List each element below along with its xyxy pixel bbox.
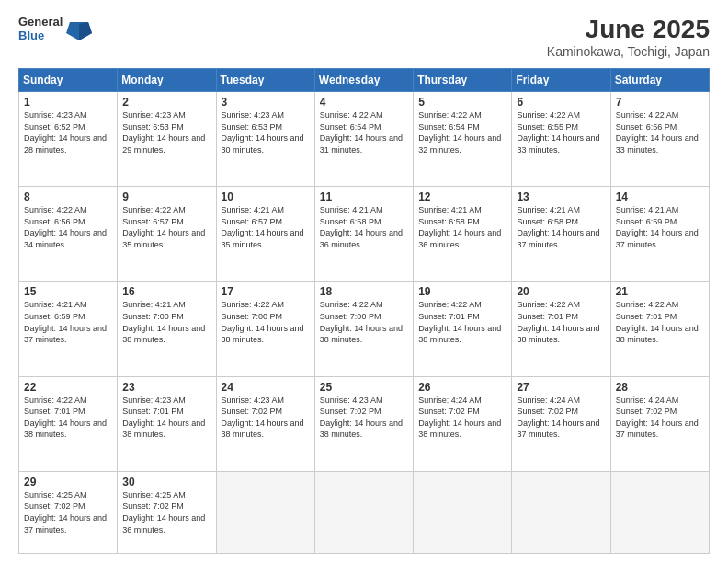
day-number: 26 [418, 381, 506, 394]
location: Kaminokawa, Tochigi, Japan [547, 44, 710, 59]
calendar-cell: 2Sunrise: 4:23 AMSunset: 6:53 PMDaylight… [118, 92, 216, 187]
day-number: 20 [517, 285, 605, 298]
col-header-saturday: Saturday [610, 69, 709, 92]
col-header-sunday: Sunday [19, 69, 118, 92]
week-row-1: 1Sunrise: 4:23 AMSunset: 6:52 PMDaylight… [19, 92, 710, 187]
day-info: Sunrise: 4:21 AMSunset: 6:58 PMDaylight:… [418, 204, 506, 250]
day-number: 30 [122, 476, 210, 488]
col-header-thursday: Thursday [414, 69, 512, 92]
day-info: Sunrise: 4:22 AMSunset: 7:00 PMDaylight:… [222, 299, 310, 345]
calendar-cell: 27Sunrise: 4:24 AMSunset: 7:02 PMDayligh… [512, 376, 610, 471]
title-block: June 2025 Kaminokawa, Tochigi, Japan [547, 15, 710, 59]
day-info: Sunrise: 4:24 AMSunset: 7:02 PMDaylight:… [418, 395, 506, 441]
day-info: Sunrise: 4:24 AMSunset: 7:02 PMDaylight:… [616, 395, 704, 441]
day-number: 28 [616, 381, 704, 394]
col-header-monday: Monday [118, 69, 216, 92]
calendar-cell: 26Sunrise: 4:24 AMSunset: 7:02 PMDayligh… [414, 376, 512, 471]
logo-icon [64, 15, 94, 44]
day-info: Sunrise: 4:23 AMSunset: 7:01 PMDaylight:… [122, 395, 210, 441]
day-number: 1 [24, 96, 112, 109]
calendar-cell: 29Sunrise: 4:25 AMSunset: 7:02 PMDayligh… [19, 471, 118, 553]
page: General Blue June 2025 Kaminokawa, Tochi… [0, 0, 728, 563]
month-year: June 2025 [547, 15, 710, 44]
calendar-cell: 30Sunrise: 4:25 AMSunset: 7:02 PMDayligh… [118, 471, 216, 553]
logo-line2: Blue [18, 29, 63, 43]
day-number: 15 [24, 285, 112, 298]
day-number: 10 [222, 190, 310, 203]
day-info: Sunrise: 4:25 AMSunset: 7:02 PMDaylight:… [24, 489, 112, 535]
day-number: 11 [320, 190, 408, 203]
calendar-cell: 19Sunrise: 4:22 AMSunset: 7:01 PMDayligh… [414, 282, 512, 376]
day-number: 13 [517, 190, 605, 203]
calendar-cell: 13Sunrise: 4:21 AMSunset: 6:58 PMDayligh… [512, 187, 610, 282]
day-info: Sunrise: 4:21 AMSunset: 6:57 PMDaylight:… [222, 204, 310, 250]
calendar-cell: 25Sunrise: 4:23 AMSunset: 7:02 PMDayligh… [314, 376, 413, 471]
calendar-cell [414, 471, 512, 553]
calendar-cell [512, 471, 610, 553]
day-number: 18 [320, 285, 408, 298]
day-number: 2 [122, 96, 210, 109]
day-info: Sunrise: 4:21 AMSunset: 7:00 PMDaylight:… [122, 299, 210, 345]
week-row-5: 29Sunrise: 4:25 AMSunset: 7:02 PMDayligh… [19, 471, 710, 553]
calendar-cell: 21Sunrise: 4:22 AMSunset: 7:01 PMDayligh… [610, 282, 709, 376]
calendar-cell: 4Sunrise: 4:22 AMSunset: 6:54 PMDaylight… [314, 92, 413, 187]
day-number: 6 [517, 96, 605, 109]
day-info: Sunrise: 4:22 AMSunset: 6:55 PMDaylight:… [517, 109, 605, 155]
day-number: 24 [222, 381, 310, 394]
calendar-cell: 1Sunrise: 4:23 AMSunset: 6:52 PMDaylight… [19, 92, 118, 187]
day-info: Sunrise: 4:23 AMSunset: 7:02 PMDaylight:… [222, 395, 310, 441]
calendar-cell: 8Sunrise: 4:22 AMSunset: 6:56 PMDaylight… [19, 187, 118, 282]
day-number: 29 [24, 476, 112, 488]
col-header-wednesday: Wednesday [314, 69, 413, 92]
day-number: 9 [122, 190, 210, 203]
day-number: 7 [616, 96, 704, 109]
calendar-table: SundayMondayTuesdayWednesdayThursdayFrid… [18, 68, 710, 554]
day-info: Sunrise: 4:22 AMSunset: 6:56 PMDaylight:… [616, 109, 704, 155]
calendar-cell: 23Sunrise: 4:23 AMSunset: 7:01 PMDayligh… [118, 376, 216, 471]
day-number: 27 [517, 381, 605, 394]
calendar-cell: 17Sunrise: 4:22 AMSunset: 7:00 PMDayligh… [216, 282, 314, 376]
col-header-friday: Friday [512, 69, 610, 92]
calendar-cell: 15Sunrise: 4:21 AMSunset: 6:59 PMDayligh… [19, 282, 118, 376]
day-info: Sunrise: 4:22 AMSunset: 7:01 PMDaylight:… [418, 299, 506, 345]
day-number: 8 [24, 190, 112, 203]
day-info: Sunrise: 4:25 AMSunset: 7:02 PMDaylight:… [122, 489, 210, 535]
calendar-cell: 18Sunrise: 4:22 AMSunset: 7:00 PMDayligh… [314, 282, 413, 376]
day-number: 3 [222, 96, 310, 109]
week-row-2: 8Sunrise: 4:22 AMSunset: 6:56 PMDaylight… [19, 187, 710, 282]
calendar-cell: 6Sunrise: 4:22 AMSunset: 6:55 PMDaylight… [512, 92, 610, 187]
logo-line1: General [18, 16, 63, 29]
calendar-cell [216, 471, 314, 553]
day-number: 19 [418, 285, 506, 298]
day-number: 21 [616, 285, 704, 298]
calendar-cell: 7Sunrise: 4:22 AMSunset: 6:56 PMDaylight… [610, 92, 709, 187]
day-info: Sunrise: 4:22 AMSunset: 6:56 PMDaylight:… [24, 204, 112, 250]
header: General Blue June 2025 Kaminokawa, Tochi… [18, 15, 710, 59]
calendar-cell [610, 471, 709, 553]
day-info: Sunrise: 4:23 AMSunset: 6:53 PMDaylight:… [222, 109, 310, 155]
calendar-cell: 11Sunrise: 4:21 AMSunset: 6:58 PMDayligh… [314, 187, 413, 282]
calendar-cell: 22Sunrise: 4:22 AMSunset: 7:01 PMDayligh… [19, 376, 118, 471]
day-info: Sunrise: 4:21 AMSunset: 6:58 PMDaylight:… [320, 204, 408, 250]
week-row-4: 22Sunrise: 4:22 AMSunset: 7:01 PMDayligh… [19, 376, 710, 471]
day-number: 25 [320, 381, 408, 394]
day-info: Sunrise: 4:23 AMSunset: 6:52 PMDaylight:… [24, 109, 112, 155]
week-row-3: 15Sunrise: 4:21 AMSunset: 6:59 PMDayligh… [19, 282, 710, 376]
calendar-cell [314, 471, 413, 553]
day-info: Sunrise: 4:24 AMSunset: 7:02 PMDaylight:… [517, 395, 605, 441]
svg-marker-1 [79, 22, 92, 40]
day-info: Sunrise: 4:22 AMSunset: 7:01 PMDaylight:… [517, 299, 605, 345]
day-info: Sunrise: 4:23 AMSunset: 6:53 PMDaylight:… [122, 109, 210, 155]
calendar-cell: 12Sunrise: 4:21 AMSunset: 6:58 PMDayligh… [414, 187, 512, 282]
day-info: Sunrise: 4:23 AMSunset: 7:02 PMDaylight:… [320, 395, 408, 441]
day-info: Sunrise: 4:21 AMSunset: 6:59 PMDaylight:… [616, 204, 704, 250]
day-info: Sunrise: 4:22 AMSunset: 6:57 PMDaylight:… [122, 204, 210, 250]
col-header-tuesday: Tuesday [216, 69, 314, 92]
day-info: Sunrise: 4:22 AMSunset: 6:54 PMDaylight:… [320, 109, 408, 155]
calendar-cell: 16Sunrise: 4:21 AMSunset: 7:00 PMDayligh… [118, 282, 216, 376]
day-info: Sunrise: 4:21 AMSunset: 6:59 PMDaylight:… [24, 299, 112, 345]
calendar-header-row: SundayMondayTuesdayWednesdayThursdayFrid… [19, 69, 710, 92]
day-info: Sunrise: 4:21 AMSunset: 6:58 PMDaylight:… [517, 204, 605, 250]
day-info: Sunrise: 4:22 AMSunset: 7:01 PMDaylight:… [24, 395, 112, 441]
day-info: Sunrise: 4:22 AMSunset: 7:00 PMDaylight:… [320, 299, 408, 345]
